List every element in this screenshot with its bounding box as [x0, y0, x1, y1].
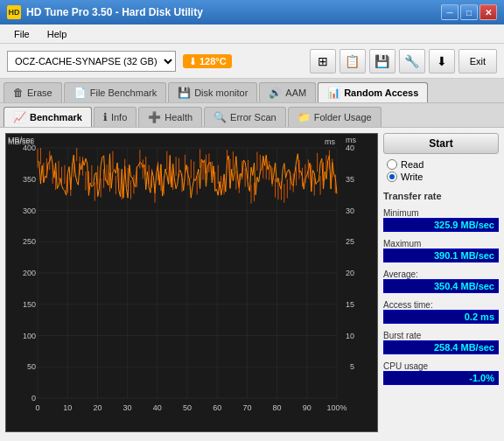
tab-bar-top: 🗑 Erase 📄 File Benchmark 💾 Disk monitor …: [0, 79, 504, 103]
tab-random-access[interactable]: 📊 Random Access: [318, 82, 428, 102]
access-time-value: 0.2 ms: [383, 310, 499, 324]
tab-health[interactable]: ➕ Health: [138, 107, 202, 127]
average-label: Average:: [383, 270, 499, 279]
burst-rate-section: Burst rate 258.4 MB/sec: [383, 329, 499, 354]
write-label: Write: [401, 172, 423, 182]
tab-disk-monitor[interactable]: 💾 Disk monitor: [168, 82, 257, 102]
disk-monitor-icon: 💾: [178, 87, 191, 99]
start-button[interactable]: Start: [383, 133, 499, 154]
access-time-label: Access time:: [383, 300, 499, 310]
burst-rate-value: 258.4 MB/sec: [383, 340, 499, 354]
minimum-section: Minimum 325.9 MB/sec: [383, 206, 499, 232]
random-access-icon: 📊: [327, 87, 340, 99]
burst-rate-label: Burst rate: [383, 331, 499, 340]
aam-icon: 🔊: [269, 87, 282, 99]
chart-area: MB/sec ms: [5, 133, 378, 432]
app-icon: HD: [7, 5, 21, 19]
write-radio[interactable]: Write: [387, 172, 499, 182]
tab-aam[interactable]: 🔊 AAM: [259, 82, 316, 102]
chart-y-right-label: ms: [346, 136, 356, 144]
chart-y-label: MB/sec: [8, 136, 34, 144]
minimum-label: Minimum: [383, 208, 499, 218]
toolbar: OCZ-CACHE-SYNAPSE (32 GB) 🌡 128°C ⊞ 📋 💾 …: [0, 44, 504, 79]
toolbar-icons: ⊞ 📋 💾 🔧 ⬇ Exit: [310, 49, 497, 74]
mode-radio-group: Read Write: [383, 159, 499, 182]
drive-select[interactable]: OCZ-CACHE-SYNAPSE (32 GB): [7, 51, 176, 72]
title-bar: HD HD Tune Pro 3.50 - Hard Disk Utility …: [0, 0, 504, 24]
temperature-value: 128°C: [200, 56, 227, 66]
read-radio-circle: [387, 159, 397, 170]
write-radio-circle: [387, 172, 397, 182]
window-title: HD Tune Pro 3.50 - Hard Disk Utility: [26, 6, 441, 18]
cpu-usage-section: CPU usage -1.0%: [383, 360, 499, 385]
erase-icon: 🗑: [13, 87, 24, 99]
menu-file[interactable]: File: [7, 27, 37, 41]
maximum-value: 390.1 MB/sec: [383, 248, 499, 262]
toolbar-icon-5[interactable]: ⬇: [429, 49, 455, 74]
info-icon: ℹ: [103, 111, 108, 123]
read-radio[interactable]: Read: [387, 159, 499, 170]
minimize-button[interactable]: ─: [441, 4, 458, 20]
tab-file-benchmark[interactable]: 📄 File Benchmark: [64, 82, 166, 102]
transfer-rate-title: Transfer rate: [383, 191, 499, 201]
error-scan-icon: 🔍: [214, 111, 227, 123]
tab-erase[interactable]: 🗑 Erase: [4, 82, 62, 102]
menu-bar: File Help: [0, 24, 504, 44]
thermometer-icon: 🌡: [188, 56, 198, 66]
tab-benchmark[interactable]: 📈 Benchmark: [4, 107, 92, 127]
menu-help[interactable]: Help: [40, 27, 74, 41]
folder-usage-icon: 📁: [298, 111, 311, 123]
tab-folder-usage[interactable]: 📁 Folder Usage: [288, 107, 382, 127]
tab-bar-bottom: 📈 Benchmark ℹ Info ➕ Health 🔍 Error Scan…: [0, 103, 504, 128]
exit-button[interactable]: Exit: [458, 49, 497, 74]
tab-error-scan[interactable]: 🔍 Error Scan: [204, 107, 286, 127]
toolbar-icon-4[interactable]: 🔧: [399, 49, 425, 74]
tab-info[interactable]: ℹ Info: [94, 107, 136, 127]
maximum-section: Maximum 390.1 MB/sec: [383, 237, 499, 262]
file-benchmark-icon: 📄: [74, 87, 87, 99]
minimum-value: 325.9 MB/sec: [383, 218, 499, 232]
health-icon: ➕: [148, 111, 161, 123]
maximum-label: Maximum: [383, 239, 499, 248]
window-controls: ─ □ ✕: [441, 4, 497, 20]
maximize-button[interactable]: □: [460, 4, 478, 20]
close-button[interactable]: ✕: [480, 4, 497, 20]
cpu-usage-value: -1.0%: [383, 371, 499, 385]
average-section: Average: 350.4 MB/sec: [383, 268, 499, 293]
right-panel: Start Read Write Transfer rate Minimum 3…: [382, 128, 504, 438]
main-area: MB/sec ms Start Read Write Transfer rate…: [0, 128, 504, 438]
toolbar-icon-3[interactable]: 💾: [369, 49, 396, 74]
average-value: 350.4 MB/sec: [383, 279, 499, 293]
toolbar-icon-1[interactable]: ⊞: [310, 49, 336, 74]
benchmark-icon: 📈: [13, 111, 26, 123]
access-time-section: Access time: 0.2 ms: [383, 298, 499, 324]
temperature-badge: 🌡 128°C: [183, 54, 232, 68]
read-label: Read: [401, 159, 424, 170]
toolbar-icon-2[interactable]: 📋: [340, 49, 366, 74]
cpu-usage-label: CPU usage: [383, 361, 499, 371]
